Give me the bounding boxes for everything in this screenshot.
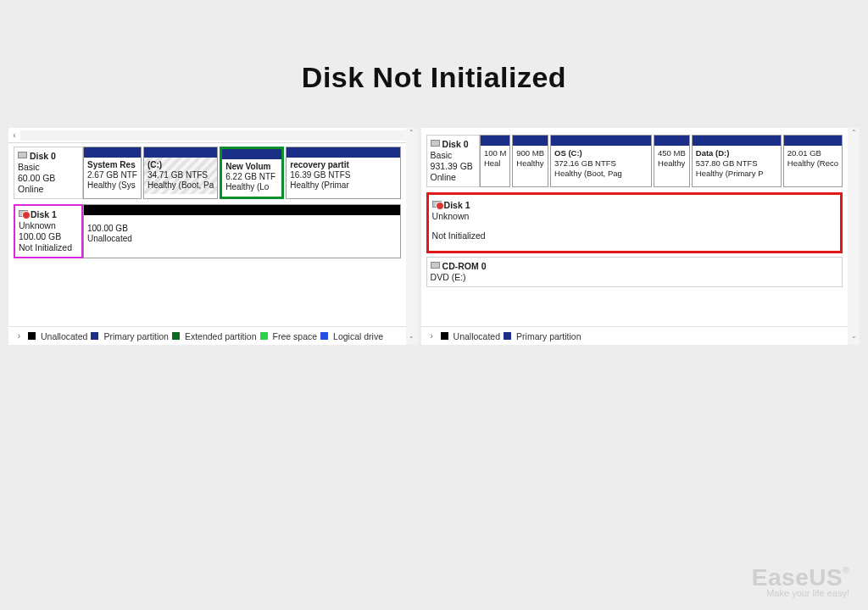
vertical-scrollbar[interactable]: ˄ ˅ xyxy=(406,128,418,345)
horizontal-scrollbar[interactable]: ‹ › xyxy=(8,128,418,143)
chevron-left-icon[interactable]: ‹ xyxy=(8,130,20,140)
chevron-right-icon[interactable]: › xyxy=(14,331,25,341)
disk-info[interactable]: Disk 0 Basic 60.00 GB Online xyxy=(14,147,83,199)
partition[interactable]: 900 MBHealthy xyxy=(512,135,548,187)
partition-size: 100.00 GB xyxy=(87,224,397,234)
disk-icon xyxy=(18,152,27,158)
disk-type: Unknown xyxy=(19,220,78,231)
partition[interactable]: 20.01 GBHealthy (Reco xyxy=(783,135,843,187)
partition-status: Healthy xyxy=(516,158,544,169)
cdrom-row[interactable]: CD-ROM 0 DVD (E:) xyxy=(426,257,843,287)
legend-swatch-logical xyxy=(320,332,328,340)
partition[interactable]: New Volum 6.22 GB NTF Healthy (Lo xyxy=(220,147,284,199)
legend: › Unallocated Primary partition Extended… xyxy=(8,326,406,345)
vertical-scrollbar[interactable]: ˄ ˅ xyxy=(848,128,860,345)
disk-row-1[interactable]: Disk 1 Unknown Not Initialized xyxy=(426,192,843,253)
legend: › Unallocated Primary partition xyxy=(421,326,848,345)
partition-status: Unallocated xyxy=(87,234,397,244)
partition[interactable]: OS (C:)372.16 GB NTFSHealthy (Boot, Pag xyxy=(550,135,652,187)
cdrom-info[interactable]: CD-ROM 0 DVD (E:) xyxy=(426,257,843,287)
partition[interactable]: (C:) 34.71 GB NTFS Healthy (Boot, Pa xyxy=(143,147,218,199)
partition-map: System Res 2.67 GB NTF Healthy (Sys (C:)… xyxy=(83,147,401,199)
partition-size: 537.80 GB NTFS xyxy=(696,158,777,169)
legend-swatch-primary xyxy=(91,332,98,340)
partition-status: Heal xyxy=(484,158,506,169)
partition-size: 34.71 GB NTFS xyxy=(147,170,214,180)
partition-header xyxy=(144,147,217,158)
panels-container: ‹ › ˄ ˅ Disk 0 Basic 60.00 GB Online xyxy=(0,128,868,345)
chevron-down-icon[interactable]: ˅ xyxy=(409,335,414,345)
partition-status: Healthy (Reco xyxy=(787,158,838,169)
partition-size: 20.01 GB xyxy=(787,148,838,158)
disk-row-1[interactable]: Disk 1 Unknown 100.00 GB Not Initialized… xyxy=(14,204,401,258)
partition-header xyxy=(222,149,281,159)
cdrom-name: CD-ROM 0 xyxy=(442,261,487,271)
disk-type: Basic xyxy=(18,162,79,173)
partition-status: Healthy (Primary P xyxy=(696,169,777,179)
partition-label: New Volum xyxy=(225,162,278,172)
partition-size: 100 M xyxy=(484,148,506,158)
disk-status: Online xyxy=(18,184,79,195)
partition-label: recovery partit xyxy=(290,160,396,170)
legend-swatch-unallocated xyxy=(441,332,448,340)
disk-error-icon xyxy=(432,201,442,208)
partition-label: (C:) xyxy=(147,160,214,170)
chevron-down-icon[interactable]: ˅ xyxy=(852,335,856,345)
partition[interactable]: recovery partit 16.39 GB NTFS Healthy (P… xyxy=(286,147,400,199)
brand-tagline: Make your life easy! xyxy=(752,588,849,598)
legend-swatch-primary xyxy=(504,332,511,340)
disk-info[interactable]: Disk 0 Basic 931.39 GB Online xyxy=(426,135,480,187)
disk-error-icon xyxy=(19,210,28,217)
partition-map: 100 MHeal 900 MBHealthy OS (C:)372.16 GB… xyxy=(480,135,843,187)
partition-size: 900 MB xyxy=(516,148,544,158)
disk-info[interactable]: Disk 1 Unknown Not Initialized xyxy=(429,197,502,249)
disk-name: Disk 0 xyxy=(442,139,469,149)
disk-name: Disk 1 xyxy=(444,200,470,210)
partition-size: 450 MB xyxy=(658,148,686,158)
partition-unallocated[interactable]: 100.00 GB Unallocated xyxy=(83,204,401,258)
partition-size: 16.39 GB NTFS xyxy=(290,170,396,180)
disk-list: Disk 0 Basic 931.39 GB Online 100 MHeal … xyxy=(421,131,848,326)
disk-size: 100.00 GB xyxy=(19,231,78,242)
chevron-up-icon[interactable]: ˄ xyxy=(409,128,414,138)
legend-label: Primary partition xyxy=(103,331,168,341)
brand-name: EaseUS xyxy=(752,564,843,591)
legend-swatch-unallocated xyxy=(28,332,36,340)
brand-watermark: EaseUS® Make your life easy! xyxy=(752,564,849,598)
disk-row-0[interactable]: Disk 0 Basic 931.39 GB Online 100 MHeal … xyxy=(426,135,843,187)
partition-label: OS (C:) xyxy=(554,148,648,158)
disk-status: Not Initialized xyxy=(432,230,498,241)
disk-icon xyxy=(431,140,440,147)
cdrom-label: DVD (E:) xyxy=(431,272,838,283)
partition[interactable]: System Res 2.67 GB NTF Healthy (Sys xyxy=(83,147,142,199)
partition-status: Healthy (Boot, Pa xyxy=(147,180,214,191)
partition-status: Healthy (Sys xyxy=(87,180,137,191)
scrollbar-track[interactable] xyxy=(20,130,406,141)
disk-type: Unknown xyxy=(432,211,498,222)
chevron-right-icon[interactable]: › xyxy=(426,331,437,341)
disk-row-0[interactable]: Disk 0 Basic 60.00 GB Online System Res … xyxy=(14,147,401,199)
page-title: Disk Not Initialized xyxy=(0,0,868,128)
partition-label: Data (D:) xyxy=(696,148,777,158)
legend-swatch-extended xyxy=(172,332,180,340)
disk-name: Disk 0 xyxy=(30,151,56,161)
partition[interactable]: 450 MBHealthy xyxy=(654,135,690,187)
partition-size: 6.22 GB NTF xyxy=(225,172,278,182)
disk-size: 931.39 GB xyxy=(431,161,476,172)
partition-map: 100.00 GB Unallocated xyxy=(83,204,401,258)
legend-label: Unallocated xyxy=(453,331,500,341)
partition-status: Healthy (Lo xyxy=(225,182,278,192)
legend-label: Unallocated xyxy=(41,331,87,341)
chevron-up-icon[interactable]: ˄ xyxy=(852,128,856,138)
partition-size: 2.67 GB NTF xyxy=(87,170,137,180)
partition-header xyxy=(84,147,141,158)
legend-label: Free space xyxy=(273,331,318,341)
partition[interactable]: Data (D:)537.80 GB NTFSHealthy (Primary … xyxy=(692,135,782,187)
disk-list: Disk 0 Basic 60.00 GB Online System Res … xyxy=(8,143,406,326)
partition[interactable]: 100 MHeal xyxy=(480,135,510,187)
disk-status: Online xyxy=(431,172,476,183)
disk-info[interactable]: Disk 1 Unknown 100.00 GB Not Initialized xyxy=(14,204,83,258)
partition-header xyxy=(287,147,399,158)
partition-header xyxy=(84,205,400,215)
disk-management-left: ‹ › ˄ ˅ Disk 0 Basic 60.00 GB Online xyxy=(8,128,418,345)
